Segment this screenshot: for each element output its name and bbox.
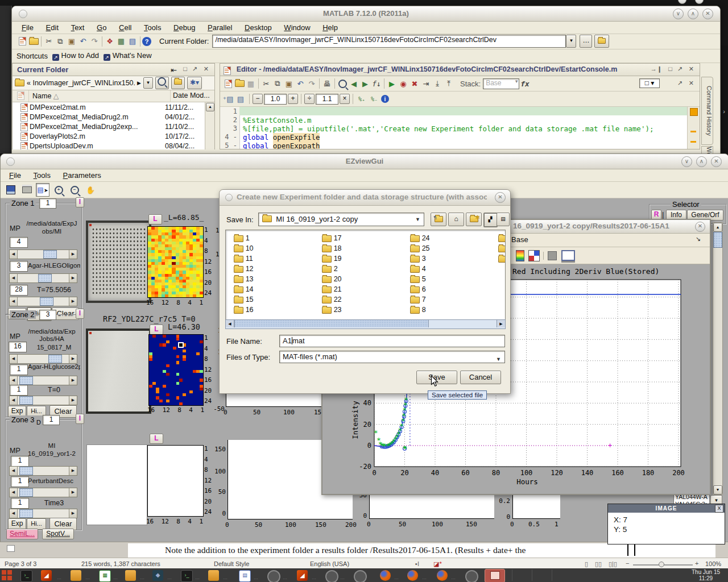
save-in-dropdown[interactable]: MI 16_0919_yor1-2 copy ▼ [258, 213, 424, 226]
zone3-time-field[interactable]: 1 [11, 498, 29, 509]
print-icon[interactable]: 🖶 [321, 78, 333, 89]
taskbar-folder-icon[interactable] [208, 570, 219, 581]
menu-file[interactable]: File [16, 22, 39, 34]
back-icon[interactable]: ◀ [348, 78, 359, 89]
folder-item[interactable]: 10 [234, 244, 254, 254]
cut-icon[interactable]: ✂ [260, 78, 272, 89]
taskbar-media-icon[interactable] [267, 570, 280, 582]
slider-right-arrow[interactable]: ▶ [69, 376, 77, 385]
dialog-close-button[interactable]: ✕ [495, 192, 506, 203]
step-in-icon[interactable]: ⤓ [432, 78, 443, 89]
undock-icon[interactable]: ↗ [677, 65, 682, 73]
new-file-icon[interactable] [16, 36, 28, 47]
new-folder-button[interactable] [171, 77, 185, 89]
slider-left-arrow[interactable]: ◀ [10, 250, 18, 259]
slider-left-arrow[interactable]: ◀ [10, 509, 18, 518]
decrease-value-button[interactable]: − [253, 94, 263, 104]
slider-thumb[interactable] [48, 355, 62, 363]
file-row[interactable]: DMPexcel2mat.m11/11/2... [13, 102, 214, 112]
menu-help[interactable]: Help [317, 22, 343, 34]
zone2-index-field[interactable]: 3 [39, 310, 56, 320]
folder-item[interactable]: 17 [322, 234, 342, 244]
image-window-titlebar[interactable]: IMAGE X [608, 504, 725, 513]
breadcrumb-arrow-icon[interactable]: ▶ [137, 80, 141, 86]
close-icon[interactable]: X [715, 505, 723, 513]
file-row[interactable]: DpertsUploadDev.m08/04/2... [13, 141, 214, 149]
taskbar-matlab-icon[interactable]: ◢ [297, 570, 308, 581]
name-column-header[interactable]: Name △ [29, 90, 171, 102]
zoom-in-icon[interactable]: + [52, 183, 65, 197]
taskbar-terminal-icon[interactable]: ›_ [20, 570, 32, 582]
open-file-icon[interactable] [28, 36, 39, 47]
taskbar-media-icon[interactable] [465, 570, 478, 582]
copy-icon[interactable]: ⧉ [55, 36, 66, 47]
open-file-icon[interactable] [234, 78, 245, 89]
percent-plus-icon[interactable]: %₊ [356, 93, 367, 105]
insert-cell-icon[interactable]: ⁺▤ [222, 93, 234, 105]
workspace-selector[interactable]: Base [511, 235, 528, 244]
folder-item[interactable]: 21 [322, 285, 342, 295]
folder-item[interactable]: 8 [410, 305, 430, 315]
zone1-time-slider[interactable]: ◀▶ [9, 297, 77, 306]
menu-tools[interactable]: Tools [139, 22, 166, 34]
zoom-in-icon[interactable]: + [695, 560, 698, 567]
taskbar-media-icon[interactable] [354, 570, 367, 582]
paste-icon[interactable]: ▣ [66, 36, 77, 47]
menu-parallel[interactable]: Parallel [202, 22, 237, 34]
folder-item[interactable]: 13 [234, 275, 254, 285]
menu-text[interactable]: Text [66, 22, 90, 34]
file-row[interactable]: DMPexcel2mat_MediaDrug2exp...11/10/2... [13, 122, 214, 131]
taskbar-folder-icon[interactable] [125, 570, 136, 581]
zone1-plate-image[interactable] [86, 221, 151, 303]
folder-item[interactable]: 6 [410, 285, 430, 295]
folder-dropdown-button[interactable]: ▼ [566, 35, 576, 48]
dialog-titlebar[interactable]: Create new Experiment folder and data st… [220, 190, 510, 206]
up-one-level-button[interactable]: ↰ [431, 213, 446, 226]
new-folder-button[interactable]: ✱ [466, 213, 482, 226]
info-icon[interactable]: i [381, 95, 389, 103]
document-modified-icon[interactable]: ◪* [433, 560, 442, 568]
find-icon[interactable] [337, 78, 348, 89]
taskbar-app-icon[interactable]: ◆ [152, 570, 163, 581]
zoom-slider-thumb[interactable] [659, 562, 664, 567]
folder-item[interactable]: 11 [234, 254, 254, 264]
cell-divider-icon[interactable]: ▤ [235, 93, 246, 105]
guide-icon[interactable]: ▦ [115, 36, 127, 47]
shortcut-how-to-add[interactable]: ↗ How to Add [52, 51, 99, 61]
zoom-out-icon[interactable]: − [626, 560, 629, 567]
zone2-time-field[interactable]: 1 [10, 385, 28, 396]
redo-icon[interactable]: ↷ [306, 78, 317, 89]
step-icon[interactable]: ⇥ [420, 78, 432, 89]
close-icon[interactable]: ✕ [689, 80, 694, 87]
slider-thumb[interactable] [40, 297, 53, 306]
zone1-l-button[interactable]: L [148, 214, 162, 225]
files-of-type-dropdown[interactable]: MAT-files (*.mat) ▼ [279, 351, 505, 363]
slider-thumb[interactable] [19, 467, 33, 475]
zone3-heatmap-empty[interactable] [147, 445, 204, 517]
restore-icon[interactable]: □ [668, 65, 672, 72]
undock-icon[interactable]: ↗ [677, 80, 682, 87]
figure-window-icon[interactable] [561, 250, 575, 261]
folder-list-hscrollbar[interactable]: ◀ ▶ [225, 319, 506, 329]
slider-left-arrow[interactable]: ◀ [10, 355, 18, 363]
layout-icon[interactable] [528, 250, 540, 261]
ezview-titlebar[interactable]: EZviewGui ∨ ∧ ✕ [1, 154, 728, 169]
zone1-mp-slider[interactable]: ◀▶ [9, 250, 77, 259]
zone2-heatmap[interactable] [148, 334, 204, 406]
dock-icon[interactable]: →❙ [651, 65, 662, 73]
stack-dropdown[interactable]: Base ▼ [483, 78, 519, 89]
slider-left-arrow[interactable]: ◀ [10, 488, 18, 497]
undock-icon[interactable]: ↗ [192, 65, 197, 73]
dock-left-icon[interactable]: ⇤ [171, 66, 177, 74]
menu-window[interactable]: Window [279, 22, 315, 34]
folder-item[interactable]: 22 [322, 295, 342, 305]
document-page[interactable]: Note the addition to the experiment fold… [128, 543, 715, 558]
folder-item[interactable]: 15 [234, 295, 254, 305]
folder-item[interactable]: 12 [234, 264, 254, 275]
editor-scroll-column[interactable] [687, 107, 700, 149]
menu-edit[interactable]: Edit [41, 22, 64, 34]
file-list-scrollbar[interactable]: ▲ [205, 102, 214, 149]
slider-right-arrow[interactable]: ▶ [69, 274, 77, 282]
folder-item[interactable]: 2 [322, 264, 342, 275]
zone3-index-field[interactable]: 1 [43, 415, 60, 425]
